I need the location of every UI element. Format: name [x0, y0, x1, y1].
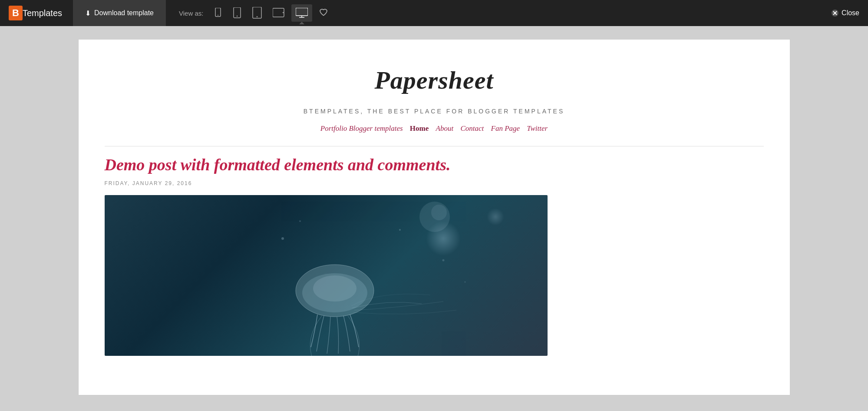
download-template-button[interactable]: ⬇ Download template — [73, 0, 166, 26]
svg-point-21 — [299, 220, 301, 222]
view-tablet-button[interactable] — [268, 4, 289, 22]
close-icon — [831, 9, 839, 17]
post-featured-image — [105, 195, 548, 356]
tablet-small-icon — [252, 7, 262, 19]
svg-rect-6 — [273, 8, 284, 17]
favorite-button[interactable] — [314, 4, 333, 22]
preview-frame: Papersheet BTEMPLATES, THE BEST PLACE FO… — [78, 39, 790, 395]
svg-point-1 — [218, 15, 218, 16]
preview-wrapper: Papersheet BTEMPLATES, THE BEST PLACE FO… — [0, 26, 868, 411]
view-mobile-button[interactable] — [228, 4, 246, 22]
jellyfish-illustration — [248, 195, 508, 356]
svg-point-18 — [399, 229, 401, 231]
post-date: FRIDAY, JANUARY 29, 2016 — [105, 180, 764, 186]
mobile-icon — [233, 7, 241, 19]
view-desktop-button[interactable] — [291, 4, 312, 22]
logo-b-letter: B — [9, 6, 23, 20]
nav-link-about[interactable]: About — [436, 124, 454, 133]
logo-brand-name: Templates — [23, 8, 62, 18]
heart-icon — [319, 8, 328, 17]
view-as-label: View as: — [179, 10, 203, 17]
nav-link-contact[interactable]: Contact — [460, 124, 484, 133]
logo-area: B Templates — [9, 6, 62, 20]
svg-point-7 — [283, 12, 284, 13]
svg-point-5 — [257, 16, 258, 17]
svg-point-23 — [431, 205, 447, 220]
blog-nav: Portfolio Blogger templates Home About C… — [105, 124, 764, 133]
download-icon: ⬇ — [85, 9, 91, 17]
mobile-small-icon — [214, 8, 222, 18]
nav-link-home[interactable]: Home — [410, 124, 429, 133]
toolbar: B Templates ⬇ Download template View as: — [0, 0, 868, 26]
nav-link-portfolio[interactable]: Portfolio Blogger templates — [320, 124, 403, 133]
svg-point-19 — [442, 259, 444, 261]
svg-point-17 — [281, 237, 284, 240]
view-tablet-small-button[interactable] — [248, 3, 266, 23]
svg-point-16 — [313, 275, 356, 302]
close-button[interactable]: Close — [831, 9, 859, 17]
view-mobile-small-button[interactable] — [210, 4, 226, 22]
post-title: Demo post with formatted elements and co… — [105, 155, 764, 175]
blog-subtitle: BTEMPLATES, THE BEST PLACE FOR BLOGGER T… — [105, 108, 764, 115]
download-label: Download template — [94, 9, 154, 17]
svg-point-3 — [237, 16, 238, 17]
close-label: Close — [842, 9, 859, 17]
view-controls — [210, 3, 312, 23]
blog-content: Papersheet BTEMPLATES, THE BEST PLACE FO… — [79, 40, 790, 373]
tablet-landscape-icon — [273, 8, 285, 18]
nav-link-twitter[interactable]: Twitter — [527, 124, 548, 133]
svg-rect-8 — [296, 8, 308, 16]
post-divider — [105, 146, 764, 146]
svg-point-20 — [464, 281, 465, 282]
desktop-icon — [296, 8, 308, 18]
blog-title: Papersheet — [105, 66, 764, 95]
nav-link-fanpage[interactable]: Fan Page — [491, 124, 520, 133]
